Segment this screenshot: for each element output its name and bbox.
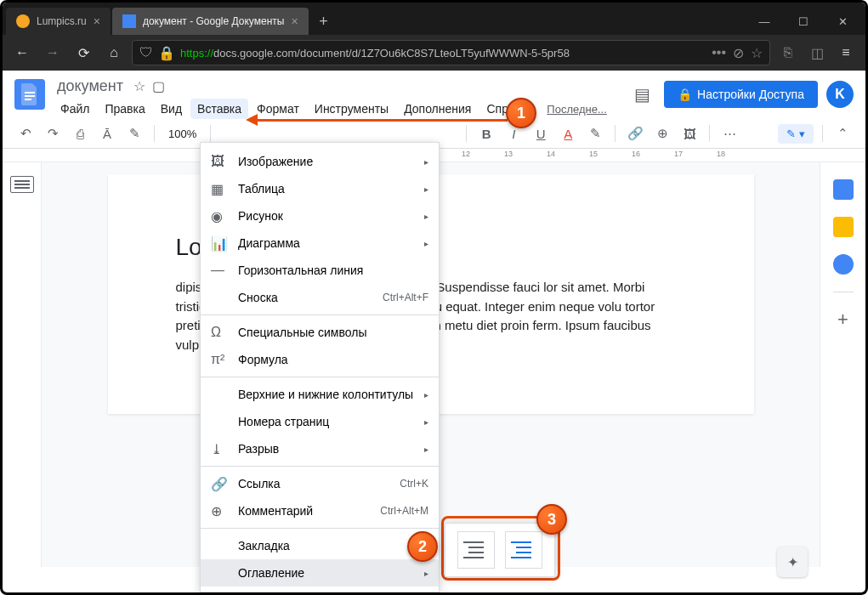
chart-icon: 📊 <box>211 235 228 252</box>
library-icon[interactable]: ⎘ <box>775 40 801 65</box>
forward-button[interactable]: → <box>40 40 65 65</box>
close-tab-icon[interactable]: × <box>291 14 298 28</box>
reader-icon[interactable]: ⊘ <box>733 45 744 61</box>
shield-icon: 🛡 <box>139 45 153 60</box>
menu-view[interactable]: Вид <box>154 99 189 119</box>
lock-icon: 🔒 <box>678 88 692 101</box>
menu-item-headers-footers[interactable]: Верхние и нижние колонтитулы▸ <box>201 381 439 408</box>
insert-menu-dropdown: 🖼Изображение▸ ▦Таблица▸ ◉Рисунок▸ 📊Диагр… <box>200 142 440 592</box>
highlight-button[interactable]: ✎ <box>584 122 606 144</box>
maximize-button[interactable]: ☐ <box>784 8 823 35</box>
menu-insert[interactable]: Вставка <box>190 99 248 119</box>
chevron-right-icon: ▸ <box>424 157 428 167</box>
url-overflow[interactable]: ••• <box>712 45 726 60</box>
share-button[interactable]: 🔒 Настройки Доступа <box>664 81 818 108</box>
comments-icon[interactable]: ▤ <box>628 81 655 108</box>
sidebar-icon[interactable]: ◫ <box>804 40 830 65</box>
insert-comment-button[interactable]: ⊕ <box>651 122 673 144</box>
docs-logo-icon[interactable] <box>14 79 45 110</box>
move-icon[interactable]: ▢ <box>152 78 165 94</box>
toc-with-links[interactable] <box>505 531 542 569</box>
underline-button[interactable]: U <box>530 122 552 144</box>
expand-button[interactable]: ⌃ <box>831 122 854 144</box>
insert-link-button[interactable]: 🔗 <box>624 122 646 144</box>
url-text: https://docs.google.com/document/d/1Z7Ou… <box>180 47 570 60</box>
zoom-select[interactable]: 100% <box>163 124 201 144</box>
editing-mode-button[interactable]: ✎ ▾ <box>778 124 814 144</box>
bookmark-icon[interactable]: ☆ <box>751 45 763 61</box>
side-panel: + <box>820 162 865 567</box>
menu-item-footnote[interactable]: СноскаCtrl+Alt+F <box>201 284 439 311</box>
menu-item-hr[interactable]: —Горизонтальная линия <box>201 257 439 284</box>
back-button[interactable]: ← <box>9 40 35 65</box>
ruler-tick: 12 <box>462 150 470 158</box>
close-window-button[interactable]: ✕ <box>823 8 862 35</box>
browser-tab-docs[interactable]: документ - Google Документы × <box>112 8 309 35</box>
menu-item-equation[interactable]: π²Формула <box>201 346 439 373</box>
tab-label: Lumpics.ru <box>37 15 87 27</box>
chevron-right-icon: ▸ <box>424 417 428 427</box>
insert-image-button[interactable]: 🖼 <box>678 122 701 144</box>
print-button[interactable]: ⎙ <box>69 122 91 144</box>
lock-icon: 🔒 <box>158 45 175 61</box>
keep-icon[interactable] <box>833 217 854 237</box>
ruler-tick: 14 <box>547 150 555 158</box>
add-addon-icon[interactable]: + <box>833 309 854 330</box>
comment-icon: ⊕ <box>211 503 228 519</box>
image-icon: 🖼 <box>211 154 228 169</box>
browser-url-bar: ← → ⟳ ⌂ 🛡 🔒 https://docs.google.com/docu… <box>3 35 865 71</box>
more-button[interactable]: ⋯ <box>718 122 740 144</box>
favicon-icon <box>16 14 30 28</box>
menu-edit[interactable]: Правка <box>98 99 151 119</box>
menu-item-comment[interactable]: ⊕КомментарийCtrl+Alt+M <box>201 497 439 524</box>
menu-item-table[interactable]: ▦Таблица▸ <box>201 175 439 202</box>
home-button[interactable]: ⌂ <box>101 40 127 65</box>
reload-button[interactable]: ⟳ <box>71 40 96 65</box>
menu-item-drawing[interactable]: ◉Рисунок▸ <box>201 202 439 230</box>
shortcut-label: Ctrl+Alt+F <box>383 292 428 303</box>
minimize-button[interactable]: — <box>745 8 784 35</box>
document-title[interactable]: документ <box>54 76 127 97</box>
ruler-tick: 16 <box>632 150 640 158</box>
menu-item-break[interactable]: ⤓Разрыв▸ <box>201 435 439 462</box>
chevron-right-icon: ▸ <box>424 239 428 248</box>
svg-rect-0 <box>25 92 35 94</box>
close-tab-icon[interactable]: × <box>94 14 100 28</box>
ruler-tick: 17 <box>674 150 683 158</box>
paint-format-button[interactable]: ✎ <box>123 122 145 144</box>
explore-button[interactable]: ✦ <box>777 547 808 577</box>
menu-item-special-chars[interactable]: ΩСпециальные символы <box>201 319 439 346</box>
redo-button[interactable]: ↷ <box>42 122 64 144</box>
toc-with-page-numbers[interactable] <box>457 531 495 569</box>
menu-icon[interactable]: ≡ <box>833 40 859 65</box>
last-edit-link[interactable]: Последне... <box>547 103 606 116</box>
menu-item-bookmark[interactable]: Закладка <box>201 532 439 559</box>
toc-submenu <box>445 523 555 577</box>
chevron-right-icon: ▸ <box>424 184 428 194</box>
browser-tab-strip: Lumpics.ru × документ - Google Документы… <box>3 3 865 35</box>
outline-toggle-icon[interactable] <box>10 176 34 193</box>
menu-format[interactable]: Формат <box>250 99 306 119</box>
window-controls: — ☐ ✕ <box>745 8 862 35</box>
menu-item-image[interactable]: 🖼Изображение▸ <box>201 148 439 175</box>
tasks-icon[interactable] <box>833 254 854 275</box>
shortcut-label: Ctrl+K <box>400 478 428 490</box>
menu-item-toc[interactable]: Оглавление▸ <box>201 559 439 586</box>
outline-panel <box>3 162 42 567</box>
menu-item-link[interactable]: 🔗СсылкаCtrl+K <box>201 470 439 497</box>
text-color-button[interactable]: A <box>557 122 579 144</box>
star-icon[interactable]: ☆ <box>133 78 145 94</box>
avatar[interactable]: K <box>826 81 854 108</box>
calendar-icon[interactable] <box>833 179 854 200</box>
undo-button[interactable]: ↶ <box>14 122 37 144</box>
menu-file[interactable]: Файл <box>54 99 96 119</box>
menu-addons[interactable]: Дополнения <box>397 99 478 119</box>
bold-button[interactable]: B <box>475 122 497 144</box>
menu-item-page-numbers[interactable]: Номера страниц▸ <box>201 408 439 435</box>
new-tab-button[interactable]: + <box>314 11 334 31</box>
spellcheck-button[interactable]: Ā <box>96 122 118 144</box>
menu-tools[interactable]: Инструменты <box>308 99 395 119</box>
browser-tab-lumpics[interactable]: Lumpics.ru × <box>6 8 111 35</box>
address-field[interactable]: 🛡 🔒 https://docs.google.com/document/d/1… <box>132 40 770 65</box>
menu-item-chart[interactable]: 📊Диаграмма▸ <box>201 230 439 257</box>
